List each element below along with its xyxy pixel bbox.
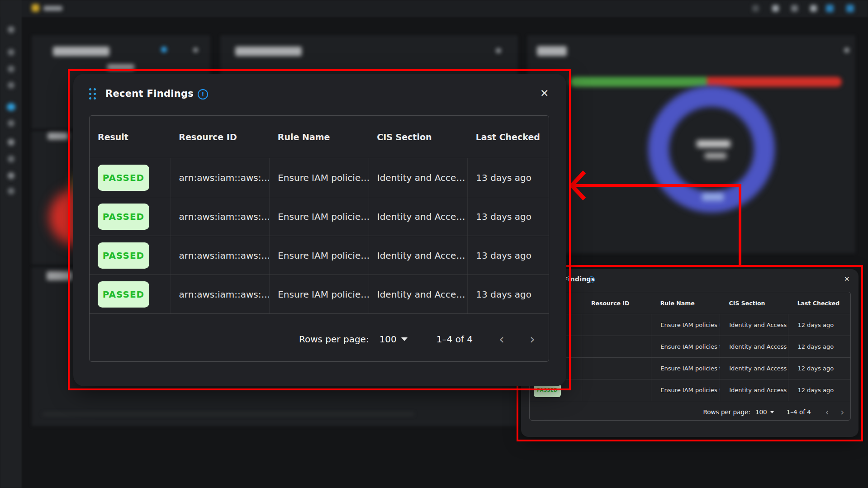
- table-row: PASSED arn:aws:iam::aws:… Ensure IAM pol…: [90, 236, 549, 275]
- dashboard-screen: Recent Findings ! ✕ Result Resource ID R…: [0, 0, 868, 488]
- close-icon[interactable]: ✕: [844, 275, 850, 283]
- sidebar-item-4[interactable]: [8, 82, 14, 89]
- prev-page-button[interactable]: ‹: [825, 408, 829, 417]
- chevron-down-icon[interactable]: [770, 411, 774, 413]
- table-pagination: Rows per page: 100 1–4 of 4 ‹ ›: [90, 313, 549, 364]
- col-rule-name: Rule Name: [270, 132, 369, 142]
- recent-findings-panel: Recent Findings ! ✕ Result Resource ID R…: [521, 269, 859, 437]
- table-row: PASSED Ensure IAM policies that … Identi…: [530, 336, 850, 357]
- top-navbar: [0, 0, 868, 17]
- table-row: PASSED arn:aws:iam::aws:… Ensure IAM pol…: [90, 275, 549, 313]
- panel-title-blur-5: [47, 271, 72, 280]
- topbar-icon-6[interactable]: [846, 5, 854, 12]
- table-row: PASSED Ensure IAM policies that … Identi…: [530, 314, 850, 336]
- table-row: PASSED Ensure IAM policies that … Identi…: [530, 379, 850, 401]
- table-pagination: Rows per page: 100 1–4 of 4 ‹ ›: [530, 401, 850, 423]
- donut-center-subtext-blur: [705, 153, 726, 159]
- col-last-checked: Last Checked: [468, 132, 549, 142]
- col-resource-id: Resource ID: [171, 132, 270, 142]
- page-range-label: 1–4 of 4: [436, 334, 473, 345]
- sidebar-item-1[interactable]: [8, 26, 14, 33]
- rows-per-page-select[interactable]: 100: [379, 334, 397, 345]
- sidebar-item-active[interactable]: [7, 103, 15, 111]
- drag-handle-icon[interactable]: [89, 88, 96, 100]
- compliance-gauge-bar: [570, 77, 842, 87]
- panel-title-blur-4: [47, 133, 68, 140]
- col-resource-id: Resource ID: [582, 300, 651, 307]
- recent-findings-modal: Recent Findings ! ✕ Result Resource ID R…: [73, 74, 566, 386]
- topbar-icon-4[interactable]: [810, 5, 817, 12]
- panel-menu-icon-blur-3: [844, 47, 849, 53]
- status-badge: PASSED: [98, 204, 149, 230]
- panel-scrollbar-blur: [43, 413, 414, 415]
- close-icon[interactable]: ✕: [540, 87, 549, 99]
- panel-title-blur-3: [537, 46, 567, 56]
- table-header-row: Result Resource ID Rule Name CIS Section…: [530, 292, 850, 314]
- sidebar-item-8[interactable]: [8, 156, 14, 162]
- prev-page-button[interactable]: ‹: [499, 332, 504, 346]
- col-last-checked: Last Checked: [788, 300, 850, 307]
- topbar-icon-5[interactable]: [826, 5, 834, 12]
- chevron-down-icon[interactable]: [401, 337, 408, 341]
- app-logo-icon: [32, 4, 39, 12]
- modal-title: Recent Findings: [105, 88, 194, 99]
- panel-title-blur-2: [235, 47, 302, 56]
- col-rule-name: Rule Name: [651, 300, 720, 307]
- col-cis-section: CIS Section: [369, 132, 468, 142]
- status-badge: PASSED: [98, 281, 149, 308]
- sidebar-item-6[interactable]: [8, 120, 14, 127]
- sidebar-item-3[interactable]: [8, 66, 14, 72]
- donut-bottom-label-blur: [702, 193, 724, 201]
- table-row: PASSED Ensure IAM policies that … Identi…: [530, 357, 850, 379]
- sidebar-item-10[interactable]: [8, 188, 14, 194]
- panel-info-icon-blur-1: [161, 47, 167, 52]
- topbar-icon-2[interactable]: [772, 5, 779, 12]
- panel-title-blur-1: [53, 47, 109, 56]
- sidebar-item-7[interactable]: [8, 139, 14, 146]
- left-sidebar: [0, 0, 22, 488]
- page-range-label: 1–4 of 4: [787, 408, 811, 416]
- rows-per-page-select[interactable]: 100: [755, 408, 767, 416]
- findings-table: Result Resource ID Rule Name CIS Section…: [89, 115, 549, 362]
- col-cis-section: CIS Section: [720, 300, 788, 307]
- next-page-button[interactable]: ›: [530, 332, 535, 346]
- rows-per-page-label: Rows per page:: [299, 334, 369, 345]
- status-badge: PASSED: [98, 242, 149, 269]
- sidebar-item-2[interactable]: [8, 49, 14, 56]
- panel-menu-icon-blur-2: [496, 48, 501, 53]
- info-icon[interactable]: !: [198, 89, 208, 99]
- table-header-row: Result Resource ID Rule Name CIS Section…: [90, 116, 549, 158]
- table-row: PASSED arn:aws:iam::aws:… Ensure IAM pol…: [90, 158, 549, 197]
- topbar-icon-1[interactable]: [752, 5, 759, 12]
- next-page-button[interactable]: ›: [840, 408, 844, 417]
- status-badge: PASSED: [98, 165, 149, 191]
- table-row: PASSED arn:aws:iam::aws:… Ensure IAM pol…: [90, 197, 549, 236]
- sidebar-item-9[interactable]: [8, 172, 14, 179]
- col-result: Result: [90, 132, 171, 142]
- donut-center-text-blur: [697, 140, 730, 147]
- topbar-icon-3[interactable]: [791, 5, 798, 12]
- rows-per-page-label: Rows per page:: [703, 408, 750, 416]
- app-logo-text: [43, 6, 62, 11]
- findings-table: Result Resource ID Rule Name CIS Section…: [529, 292, 851, 421]
- info-icon[interactable]: !: [588, 276, 595, 283]
- panel-menu-icon-blur-1: [193, 47, 198, 52]
- panel-text-blur-1: [107, 64, 134, 70]
